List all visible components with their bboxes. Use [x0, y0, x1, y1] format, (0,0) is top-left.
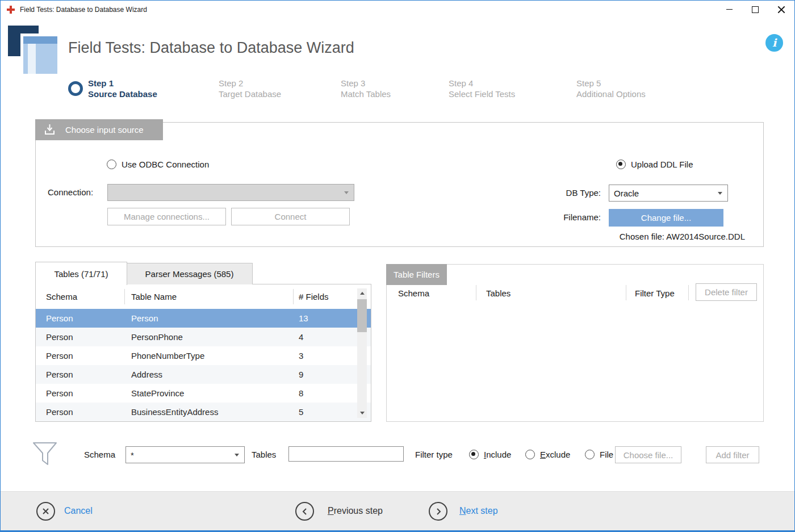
cell-table-name: PersonPhone	[124, 332, 293, 342]
scrollbar-thumb[interactable]	[357, 299, 367, 332]
maximize-button[interactable]	[742, 1, 768, 18]
upload-ddl-radio[interactable]: Upload DDL File	[616, 160, 693, 169]
radio-icon	[107, 160, 116, 169]
close-button[interactable]	[768, 1, 794, 18]
add-filter-button[interactable]: Add filter	[706, 446, 759, 463]
cancel-x-icon	[42, 508, 49, 515]
db-type-value: Oracle	[614, 188, 639, 198]
table-filters-panel: Schema Tables Filter Type Delete filter	[386, 264, 764, 422]
cell-table-name: PhoneNumberType	[124, 351, 293, 361]
previous-step-button[interactable]	[295, 502, 314, 521]
tab-tables[interactable]: Tables (71/71)	[35, 262, 127, 285]
logo-column	[28, 44, 36, 74]
table-row[interactable]: Person PhoneNumberType 3	[36, 346, 371, 365]
tables-table: Schema Table Name # Fields Person Person…	[35, 284, 371, 422]
filter-type-label: Filter type	[415, 450, 453, 459]
table-row[interactable]: Person Person 13	[36, 309, 371, 328]
db-type-dropdown[interactable]: Oracle	[609, 185, 728, 202]
filters-column-tables: Tables	[486, 288, 511, 298]
vertical-scrollbar[interactable]	[357, 288, 367, 418]
db-type-label: DB Type:	[548, 188, 601, 198]
filename-label: Filename:	[548, 212, 601, 222]
scrollbar-up-button[interactable]	[357, 288, 367, 298]
wizard-step-3[interactable]: Step 3 Match Tables	[341, 78, 391, 99]
step-1-ring-icon	[68, 81, 83, 96]
app-icon	[6, 5, 15, 14]
cancel-label[interactable]: Cancel	[64, 506, 93, 516]
change-file-button[interactable]: Change file...	[609, 209, 723, 227]
file-radio[interactable]: File	[585, 450, 613, 459]
chevron-right-icon	[435, 508, 442, 516]
close-icon	[777, 6, 785, 14]
arrow-down-icon	[360, 412, 365, 414]
maximize-icon	[752, 6, 759, 13]
radio-selected-icon	[616, 160, 626, 169]
tables-rows: Person Person 13 Person PersonPhone 4 Pe…	[36, 309, 371, 421]
include-radio[interactable]: Include	[469, 450, 511, 459]
table-row[interactable]: Person Address 9	[36, 365, 371, 384]
next-step-button[interactable]	[429, 502, 447, 521]
import-icon	[43, 124, 56, 136]
footer-bar: Cancel Previous step Next step	[1, 491, 794, 531]
table-filters-header: Table Filters	[386, 264, 447, 285]
tab-parser-messages[interactable]: Parser Messages (585)	[126, 263, 253, 284]
input-source-header: Choose input source	[35, 119, 163, 140]
choose-file-button[interactable]: Choose file...	[615, 446, 681, 463]
chevron-left-icon	[302, 508, 308, 516]
step-label: Target Database	[219, 89, 281, 99]
cell-table-name: Address	[124, 370, 293, 379]
cell-schema: Person	[36, 313, 124, 323]
logo-header-band	[23, 36, 57, 44]
cell-schema: Person	[36, 332, 124, 342]
radio-icon	[585, 450, 595, 459]
step-number: Step 1	[88, 78, 157, 89]
manage-connections-button[interactable]: Manage connections...	[107, 208, 226, 225]
delete-filter-button[interactable]: Delete filter	[696, 283, 757, 301]
wizard-step-2[interactable]: Step 2 Target Database	[219, 78, 281, 99]
minimize-button[interactable]	[716, 1, 742, 18]
filter-tables-label: Tables	[252, 450, 276, 459]
minimize-icon	[726, 9, 733, 10]
odbc-connection-radio[interactable]: Use ODBC Connection	[107, 160, 209, 169]
filter-schema-value: *	[131, 450, 134, 460]
cancel-button[interactable]	[36, 502, 55, 521]
connection-dropdown[interactable]	[107, 184, 354, 201]
info-icon[interactable]	[765, 34, 783, 52]
arrow-up-icon	[360, 292, 365, 295]
radio-icon	[525, 450, 535, 459]
column-divider	[688, 285, 689, 300]
cell-table-name: BusinessEntityAddress	[124, 407, 293, 417]
next-step-label[interactable]: Next step	[459, 506, 498, 516]
connect-button[interactable]: Connect	[231, 208, 350, 225]
column-divider	[293, 289, 294, 304]
logo-front-square	[20, 33, 60, 77]
cell-schema: Person	[36, 370, 124, 379]
exclude-radio[interactable]: Exclude	[525, 450, 570, 459]
scrollbar-down-button[interactable]	[357, 408, 367, 418]
include-radio-label: Include	[484, 450, 511, 459]
wizard-step-1[interactable]: Step 1 Source Database	[68, 78, 157, 99]
filter-schema-dropdown[interactable]: *	[125, 446, 245, 463]
filter-tables-input[interactable]	[288, 446, 404, 462]
step-label: Source Database	[88, 89, 157, 99]
table-row[interactable]: Person PersonPhone 4	[36, 328, 371, 346]
file-radio-label: File	[600, 450, 613, 459]
filters-column-schema: Schema	[398, 288, 429, 298]
column-header-fields: # Fields	[299, 292, 329, 301]
column-header-table-name: Table Name	[131, 292, 177, 301]
cell-table-name: StateProvince	[124, 388, 293, 398]
wizard-step-5[interactable]: Step 5 Additional Options	[576, 78, 646, 99]
step-number: Step 5	[576, 78, 646, 89]
table-row[interactable]: Person BusinessEntityAddress 5	[36, 403, 371, 421]
connection-label: Connection:	[48, 187, 93, 197]
column-header-schema: Schema	[46, 292, 77, 301]
wizard-step-4[interactable]: Step 4 Select Field Tests	[449, 78, 515, 99]
column-divider	[476, 285, 476, 300]
previous-step-label[interactable]: Previous step	[328, 506, 383, 516]
step-number: Step 4	[449, 78, 515, 89]
column-divider	[124, 289, 125, 304]
chosen-file-text: Chosen file: AW2014Source.DDL	[511, 232, 745, 241]
title-bar: Field Tests: Database to Database Wizard	[1, 1, 794, 18]
table-row[interactable]: Person StateProvince 8	[36, 384, 371, 403]
ddl-radio-label: Upload DDL File	[631, 160, 693, 169]
